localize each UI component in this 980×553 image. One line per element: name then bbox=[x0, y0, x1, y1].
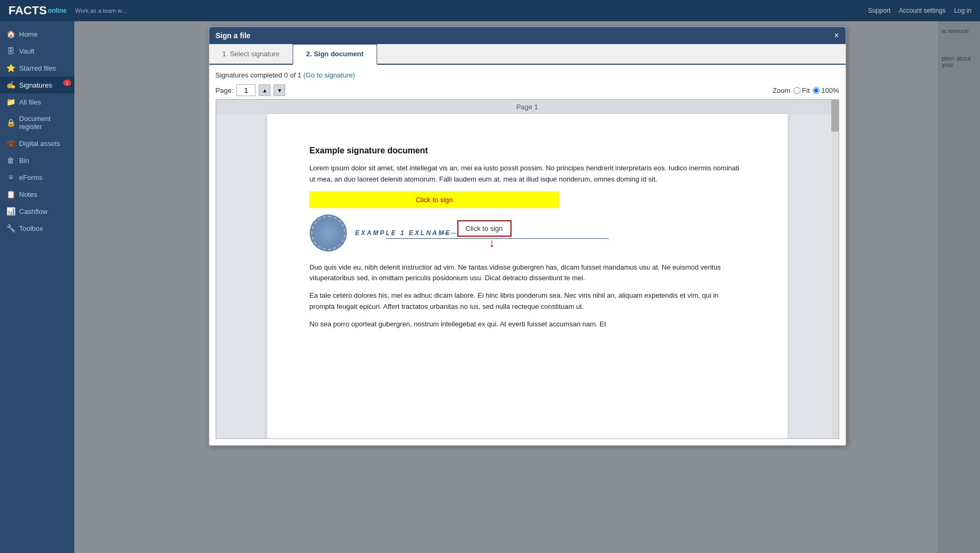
click-to-sign-float-button[interactable]: Click to sign bbox=[457, 220, 512, 237]
bin-icon: 🗑 bbox=[6, 156, 15, 165]
sidebar-item-bin[interactable]: 🗑 Bin bbox=[0, 152, 74, 169]
sig-example-text: EXAMPLE 1 EXLNAME bbox=[355, 229, 451, 237]
sidebar-label-vault: Vault bbox=[19, 47, 35, 55]
sig-dots: — — bbox=[442, 229, 456, 237]
sidebar-item-document-register[interactable]: 🔒 Document register bbox=[0, 110, 74, 135]
doc-paragraph4: No sea porro oporteat gubergren, nostrum… bbox=[310, 319, 745, 330]
sidebar-label-all-files: All files bbox=[19, 98, 41, 106]
zoom-fit-radio[interactable]: Fit bbox=[794, 87, 809, 94]
page-down-button[interactable]: ▼ bbox=[274, 84, 285, 96]
support-link[interactable]: Support bbox=[868, 7, 890, 14]
sidebar-item-all-files[interactable]: 📁 All files bbox=[0, 93, 74, 110]
eforms-icon: ≡ bbox=[6, 173, 15, 182]
sidebar-item-digital-assets[interactable]: 💼 Digital assets bbox=[0, 135, 74, 152]
signatures-icon: ✍ bbox=[6, 81, 15, 89]
sidebar-label-bin: Bin bbox=[19, 157, 29, 165]
app-tagline: Work as a team w... bbox=[75, 7, 126, 14]
topbar-right: Support Account settings Log in bbox=[868, 7, 972, 14]
page-label-bar: Page 1 bbox=[216, 100, 839, 114]
sidebar-label-starred: Starred files bbox=[19, 64, 56, 72]
login-link[interactable]: Log in bbox=[954, 7, 972, 14]
vault-icon: 🗄 bbox=[6, 47, 15, 55]
sig-status-text: Signatures completed 0 of 1 bbox=[216, 71, 304, 79]
document-page: Click to sign ↓ Example signature docume… bbox=[267, 114, 788, 439]
tab-sign-document[interactable]: 2. Sign document bbox=[293, 44, 377, 65]
page-left-controls: Page: ▲ ▼ bbox=[216, 84, 286, 96]
logo-online: online bbox=[48, 7, 66, 14]
scrollbar-track[interactable] bbox=[831, 100, 839, 438]
click-to-sign-yellow-button[interactable]: Click to sign bbox=[310, 192, 559, 208]
sidebar-label-cashflow: Cashflow bbox=[19, 208, 47, 215]
topbar: FACTS online Work as a team w... Support… bbox=[0, 0, 980, 21]
zoom-label: Zoom bbox=[773, 87, 790, 94]
signature-stamp bbox=[310, 214, 347, 252]
sidebar-label-doc-register: Document register bbox=[19, 115, 68, 131]
toolbox-icon: 🔧 bbox=[6, 224, 15, 232]
sidebar-item-vault[interactable]: 🗄 Vault bbox=[0, 42, 74, 59]
dialog-close-button[interactable]: × bbox=[834, 31, 839, 40]
dialog-title: Sign a file bbox=[216, 31, 251, 40]
cashflow-icon: 📊 bbox=[6, 207, 15, 215]
signatures-badge: 1 bbox=[63, 80, 71, 86]
go-to-signature-link[interactable]: (Go to signature) bbox=[303, 71, 355, 79]
dialog-tabs: 1. Select signature 2. Sign document bbox=[209, 44, 846, 65]
sidebar-label-home: Home bbox=[19, 30, 38, 38]
dialog-body: Signatures completed 0 of 1 (Go to signa… bbox=[209, 65, 846, 445]
sidebar-label-notes: Notes bbox=[19, 191, 37, 198]
doc-paragraph3: Ea tale cetero dolores his, mel ex adhuc… bbox=[310, 290, 745, 313]
signature-stamp-area: EXAMPLE 1 EXLNAME — — bbox=[310, 214, 745, 252]
star-icon: ⭐ bbox=[6, 64, 15, 72]
sign-file-dialog: Sign a file × 1. Select signature 2. Sig… bbox=[209, 27, 846, 446]
page-up-button[interactable]: ▲ bbox=[259, 84, 270, 96]
zoom-controls: Zoom Fit 100% bbox=[773, 87, 839, 94]
doc-paragraph2: Duo quis vide eu, nibh delenit instructi… bbox=[310, 262, 745, 284]
logo-facts: FACTS bbox=[8, 4, 47, 18]
digital-assets-icon: 💼 bbox=[6, 139, 15, 148]
signatures-status: Signatures completed 0 of 1 (Go to signa… bbox=[216, 71, 839, 79]
zoom-100-radio[interactable]: 100% bbox=[813, 87, 839, 94]
document-viewer[interactable]: Page 1 Click to sign ↓ Example signature… bbox=[216, 99, 839, 439]
page-label: Page: bbox=[216, 87, 234, 94]
sidebar-item-signatures[interactable]: ✍ Signatures 1 bbox=[0, 76, 74, 93]
sidebar-label-eforms: eForms bbox=[19, 174, 42, 182]
account-settings-link[interactable]: Account settings bbox=[899, 7, 945, 14]
sidebar-label-toolbox: Toolbox bbox=[19, 224, 43, 232]
page-number-input[interactable] bbox=[236, 84, 255, 96]
tab-select-signature[interactable]: 1. Select signature bbox=[209, 44, 293, 64]
main-content: w revenue ption about your Sign a file ×… bbox=[74, 21, 980, 553]
sidebar-item-toolbox[interactable]: 🔧 Toolbox bbox=[0, 220, 74, 237]
sidebar-item-home[interactable]: 🏠 Home bbox=[0, 25, 74, 42]
sidebar-item-notes[interactable]: 📋 Notes bbox=[0, 186, 74, 203]
sidebar: 🏠 Home 🗄 Vault ⭐ Starred files ✍ Signatu… bbox=[0, 21, 74, 553]
dialog-title-bar: Sign a file × bbox=[209, 27, 846, 44]
files-icon: 📁 bbox=[6, 98, 15, 106]
sign-arrow-indicator: ↓ bbox=[489, 236, 495, 250]
sidebar-label-signatures: Signatures bbox=[19, 81, 52, 89]
home-icon: 🏠 bbox=[6, 30, 15, 38]
scrollbar-thumb[interactable] bbox=[831, 100, 839, 132]
sidebar-label-digital-assets: Digital assets bbox=[19, 140, 60, 148]
page-controls: Page: ▲ ▼ Zoom Fit 100% bbox=[216, 84, 839, 96]
notes-icon: 📋 bbox=[6, 190, 15, 198]
sidebar-item-starred[interactable]: ⭐ Starred files bbox=[0, 59, 74, 76]
sidebar-item-cashflow[interactable]: 📊 Cashflow bbox=[0, 203, 74, 220]
lock-icon: 🔒 bbox=[6, 118, 15, 127]
app-logo: FACTS online bbox=[8, 4, 66, 18]
doc-heading: Example signature document bbox=[310, 146, 745, 155]
sidebar-item-eforms[interactable]: ≡ eForms bbox=[0, 169, 74, 186]
doc-paragraph1: Lorem ipsum dolor sit amet, stet intelle… bbox=[310, 163, 745, 185]
sig-underline bbox=[386, 238, 609, 239]
dialog-overlay: Sign a file × 1. Select signature 2. Sig… bbox=[74, 21, 980, 553]
